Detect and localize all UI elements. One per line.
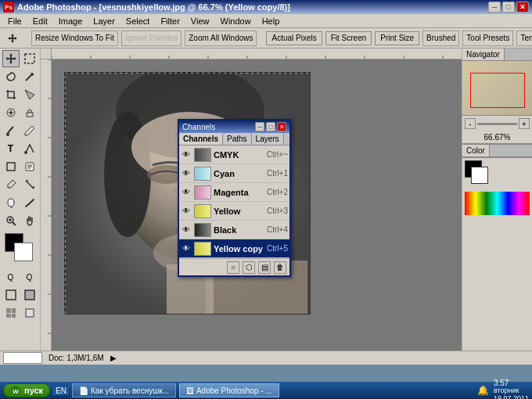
zoom-input[interactable]: 66.67%	[3, 352, 42, 364]
channel-row-yellow-copy[interactable]: 👁 Yellow copy Ctrl+5	[179, 239, 289, 258]
channels-title-bar[interactable]: Channels ─ □ ✕	[179, 120, 289, 133]
thumb-yellow-copy	[194, 242, 211, 256]
zoom-in-btn[interactable]: +	[519, 118, 530, 129]
channel-new-btn[interactable]: ▤	[258, 261, 271, 274]
magic-wand-tool[interactable]	[21, 68, 38, 85]
hand-tool[interactable]	[21, 212, 38, 229]
channel-row-black[interactable]: 👁 Black Ctrl+4	[179, 221, 289, 239]
crop-tool[interactable]	[2, 86, 20, 103]
channel-row-magenta[interactable]: 👁 Magenta Ctrl+2	[179, 183, 289, 202]
taskbar: W пуск EN 📄 Как убрать веснушк... 🖼 Adob…	[0, 382, 532, 399]
screen-mode-1[interactable]	[2, 286, 20, 304]
channels-close-btn[interactable]: ✕	[277, 122, 286, 131]
path-tool[interactable]	[21, 140, 38, 157]
eye-icon-yellow[interactable]: 👁	[181, 206, 192, 217]
shape-tool[interactable]	[2, 158, 20, 175]
menu-file[interactable]: File	[3, 15, 27, 27]
svg-rect-28	[27, 310, 33, 316]
close-button[interactable]: ✕	[516, 2, 529, 13]
slice-tool[interactable]	[21, 86, 38, 103]
title-bar-left: Ps Adobe Photoshop - [vesnushkiyellow.jp…	[3, 2, 290, 13]
screen-mode-2[interactable]	[21, 286, 38, 304]
thumb-cyan	[194, 167, 211, 181]
color-tab[interactable]: Color	[462, 145, 490, 156]
tool-group-6: T	[2, 140, 38, 157]
title-bar-buttons[interactable]: ─ □ ✕	[488, 2, 529, 13]
tool-presets-btn[interactable]: Tool Presets	[462, 31, 513, 46]
svg-line-18	[13, 222, 16, 225]
status-arrow[interactable]: ▶	[110, 354, 117, 362]
print-size-btn[interactable]: Print Size	[375, 31, 419, 45]
channels-maximize-btn[interactable]: □	[266, 122, 275, 131]
brush-tool[interactable]	[2, 122, 20, 139]
notes-tool[interactable]	[21, 158, 38, 175]
pencil-tool[interactable]	[21, 122, 38, 139]
menu-help[interactable]: Help	[257, 15, 285, 27]
smudge-tool[interactable]	[21, 194, 38, 211]
resize-windows-btn[interactable]: Resize Windows To Fit	[31, 31, 118, 46]
view-mode-2[interactable]	[21, 304, 38, 322]
move-tool[interactable]	[2, 50, 20, 67]
heal-tool[interactable]	[2, 104, 20, 121]
channel-save-btn[interactable]: ⬡	[243, 261, 255, 274]
layers-tab[interactable]: Layers	[252, 133, 284, 145]
quickmask-mode[interactable]: Q	[21, 268, 38, 286]
eye-icon-black[interactable]: 👁	[181, 225, 192, 235]
maximize-button[interactable]: □	[502, 2, 515, 13]
lasso-tool[interactable]	[2, 68, 20, 85]
zoom-slider[interactable]	[477, 123, 517, 125]
screen-mode-group	[2, 286, 38, 304]
type-tool[interactable]: T	[2, 140, 20, 157]
zoom-out-btn[interactable]: -	[465, 118, 476, 129]
menu-window[interactable]: Window	[216, 15, 256, 27]
eyedropper-tool[interactable]	[2, 176, 20, 193]
selection-tool[interactable]	[21, 50, 38, 67]
taskbar-item-photoshop[interactable]: 🖼 Adobe Photoshop - ...	[179, 383, 279, 397]
app-icon: Ps	[3, 2, 14, 13]
dodge-tool[interactable]	[2, 194, 20, 211]
measure-tool[interactable]	[21, 176, 38, 193]
channel-row-cyan[interactable]: 👁 Cyan Ctrl+1	[179, 164, 289, 183]
color-switcher[interactable]	[5, 233, 36, 264]
fit-screen-btn[interactable]: Fit Screen	[325, 31, 372, 45]
actual-pixels-btn[interactable]: Actual Pixels	[266, 31, 322, 45]
eye-icon-cmyk[interactable]: 👁	[181, 149, 192, 160]
start-button[interactable]: W пуск	[3, 383, 50, 397]
svg-point-8	[24, 151, 27, 154]
view-mode-1[interactable]	[2, 304, 20, 322]
channel-delete-btn[interactable]: 🗑	[274, 261, 286, 274]
standard-mode[interactable]: Q	[2, 268, 20, 286]
menu-view[interactable]: View	[186, 15, 214, 27]
eye-icon-magenta[interactable]: 👁	[181, 187, 192, 198]
menu-select[interactable]: Select	[121, 15, 155, 27]
left-toolbar: T	[0, 49, 41, 350]
window-title: Adobe Photoshop - [vesnushkiyellow.jpg @…	[17, 2, 290, 12]
eye-icon-cyan[interactable]: 👁	[181, 168, 192, 179]
zoom-all-windows-btn[interactable]: Zoom All Windows	[185, 31, 257, 46]
zoom-tool[interactable]	[2, 212, 20, 229]
navigator-tab[interactable]: Navigator	[462, 49, 505, 60]
minimize-button[interactable]: ─	[488, 2, 501, 13]
stamp-tool[interactable]	[21, 104, 38, 121]
menu-layer[interactable]: Layer	[88, 15, 120, 27]
background-color[interactable]	[14, 243, 33, 261]
brushes-btn[interactable]: Brushed	[422, 31, 459, 46]
menu-filter[interactable]: Filter	[156, 15, 184, 27]
swatch-container[interactable]	[465, 160, 493, 189]
channels-minimize-btn[interactable]: ─	[255, 122, 264, 131]
eye-icon-yellow-copy[interactable]: 👁	[181, 243, 192, 254]
channel-row-yellow[interactable]: 👁 Yellow Ctrl+3	[179, 202, 289, 221]
tempo-btn[interactable]: Tempo	[516, 31, 532, 46]
paths-tab[interactable]: Paths	[223, 133, 252, 145]
channel-row-cmyk[interactable]: 👁 CMYK Ctrl+~	[179, 146, 289, 164]
ruler-top: /* ruler ticks */	[52, 49, 462, 59]
channels-tab[interactable]: Channels	[179, 133, 223, 145]
background-swatch[interactable]	[471, 167, 488, 184]
channel-load-btn[interactable]: ○	[227, 261, 239, 274]
menu-image[interactable]: Image	[54, 15, 88, 27]
ignore-palettes-btn[interactable]: Ignore Palettes	[121, 31, 182, 46]
menu-edit[interactable]: Edit	[28, 15, 52, 27]
taskbar-item-browser[interactable]: 📄 Как убрать веснушк...	[72, 383, 176, 397]
channels-title-buttons[interactable]: ─ □ ✕	[255, 122, 286, 131]
color-spectrum[interactable]	[465, 192, 530, 215]
